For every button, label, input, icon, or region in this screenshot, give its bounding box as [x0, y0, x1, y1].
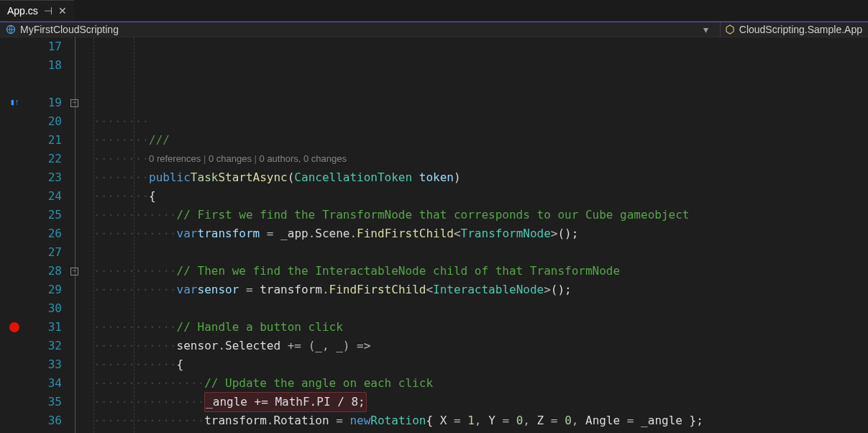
file-tab[interactable]: App.cs ⊣ ✕	[0, 0, 74, 21]
codelens-row[interactable]: ········0 references | 0 changes | 0 aut…	[93, 150, 868, 168]
indicator-cell[interactable]	[0, 150, 29, 168]
indicator-cell[interactable]	[0, 75, 29, 94]
indicator-cell[interactable]	[0, 187, 29, 206]
fold-cell[interactable]	[69, 168, 91, 187]
code-line[interactable]: ············// Then we find the Interact…	[93, 262, 868, 281]
fold-cell[interactable]	[69, 318, 91, 337]
code-line[interactable]: ············var transform = _app.Scene.F…	[93, 224, 868, 243]
code-line[interactable]: ········public Task StartAsync(Cancellat…	[93, 168, 868, 187]
line-number: 19	[29, 94, 62, 112]
indicator-cell[interactable]	[0, 168, 29, 187]
tab-bar: App.cs ⊣ ✕	[0, 0, 868, 22]
code-line[interactable]: ········{	[93, 187, 868, 206]
indicator-cell[interactable]: ▮↑	[0, 94, 29, 112]
fold-toggle-icon[interactable]: −	[70, 268, 78, 275]
code-line[interactable]: ············// Handle a button click	[93, 318, 868, 337]
line-number: 26	[29, 224, 62, 243]
indicator-cell[interactable]	[0, 337, 29, 355]
indicator-margin[interactable]: ▮↑	[0, 37, 29, 433]
nav-member-label: CloudScripting.Sample.App	[739, 24, 862, 35]
indicator-cell[interactable]	[0, 131, 29, 150]
indicator-cell[interactable]	[0, 224, 29, 243]
line-number: 31	[29, 318, 62, 337]
nav-scope-dropdown[interactable]: MyFirstCloudScripting ▾	[6, 24, 716, 35]
pin-icon[interactable]: ⊣	[44, 5, 52, 17]
code-line[interactable]: ········	[93, 112, 868, 131]
line-number: 27	[29, 243, 62, 262]
fold-cell[interactable]	[69, 355, 91, 374]
indicator-cell[interactable]	[0, 374, 29, 393]
line-number: 23	[29, 168, 62, 187]
fold-cell[interactable]	[69, 374, 91, 393]
fold-cell[interactable]	[69, 337, 91, 355]
fold-cell[interactable]	[69, 112, 91, 131]
line-number: 32	[29, 337, 62, 355]
indicator-cell[interactable]	[0, 56, 29, 75]
fold-cell[interactable]	[69, 299, 91, 318]
fold-cell[interactable]	[69, 150, 91, 168]
nav-member-dropdown[interactable]: CloudScripting.Sample.App	[725, 24, 862, 35]
indicator-cell[interactable]	[0, 299, 29, 318]
chevron-down-icon: ▾	[703, 24, 708, 35]
indicator-cell[interactable]	[0, 355, 29, 374]
indicator-cell[interactable]	[0, 112, 29, 131]
code-editor[interactable]: ▮↑ 1718192021222324252627282930313233343…	[0, 37, 868, 433]
indicator-cell[interactable]	[0, 393, 29, 411]
indicator-cell[interactable]	[0, 37, 29, 56]
fold-cell[interactable]	[69, 56, 91, 75]
outlining-margin[interactable]: −−	[69, 37, 91, 433]
code-line[interactable]: ············sensor.Selected += (_, _) =>	[93, 337, 868, 355]
fold-cell[interactable]	[69, 37, 91, 56]
fold-toggle-icon[interactable]: −	[70, 99, 78, 107]
fold-cell[interactable]	[69, 131, 91, 150]
fold-cell[interactable]	[69, 411, 91, 430]
indicator-cell[interactable]	[0, 411, 29, 430]
close-icon[interactable]: ✕	[58, 5, 67, 17]
line-number: 35	[29, 393, 62, 411]
fold-cell[interactable]	[69, 281, 91, 299]
code-line[interactable]: ············var sensor = transform.FindF…	[93, 281, 868, 299]
fold-cell[interactable]: −	[69, 262, 91, 281]
code-line[interactable]: ············};	[93, 430, 868, 433]
line-number: 18	[29, 56, 62, 75]
fold-cell[interactable]	[69, 224, 91, 243]
class-icon	[725, 24, 735, 35]
code-line[interactable]	[93, 243, 868, 262]
code-line[interactable]: ················_angle += MathF.PI / 8;	[93, 393, 868, 411]
fold-cell[interactable]	[69, 243, 91, 262]
fold-cell[interactable]: −	[69, 94, 91, 112]
indicator-cell[interactable]	[0, 243, 29, 262]
nav-scope-label: MyFirstCloudScripting	[20, 24, 119, 35]
code-line[interactable]: ············{	[93, 355, 868, 374]
fold-cell[interactable]	[69, 187, 91, 206]
code-line[interactable]: ················transform.Rotation = new…	[93, 411, 868, 430]
code-line[interactable]	[93, 299, 868, 318]
indicator-cell[interactable]	[0, 206, 29, 224]
fold-cell[interactable]	[69, 393, 91, 411]
indicator-cell[interactable]	[0, 262, 29, 281]
line-number: 21	[29, 131, 62, 150]
code-text-area[interactable]: ················/// ········0 references…	[91, 37, 868, 433]
line-number: 30	[29, 299, 62, 318]
nav-separator	[720, 22, 721, 37]
line-number: 24	[29, 187, 62, 206]
fold-cell[interactable]	[69, 206, 91, 224]
line-number-margin: 1718192021222324252627282930313233343536	[29, 37, 69, 433]
line-number: 20	[29, 112, 62, 131]
line-number: 34	[29, 374, 62, 393]
navigation-bar: MyFirstCloudScripting ▾ CloudScripting.S…	[0, 22, 868, 37]
breakpoint-icon[interactable]	[9, 322, 19, 332]
line-number: 29	[29, 281, 62, 299]
indicator-cell[interactable]	[0, 318, 29, 337]
indicator-cell[interactable]	[0, 281, 29, 299]
line-number: 28	[29, 262, 62, 281]
tab-filename: App.cs	[7, 5, 38, 17]
line-number: 33	[29, 355, 62, 374]
globe-icon	[6, 24, 16, 35]
code-line[interactable]: ············// First we find the Transfo…	[93, 206, 868, 224]
fold-cell[interactable]	[69, 75, 91, 94]
line-number: 25	[29, 206, 62, 224]
code-line[interactable]: ················// Update the angle on e…	[93, 374, 868, 393]
code-line[interactable]: ········///	[93, 131, 868, 150]
bookmark-icon: ▮↑	[10, 94, 19, 112]
